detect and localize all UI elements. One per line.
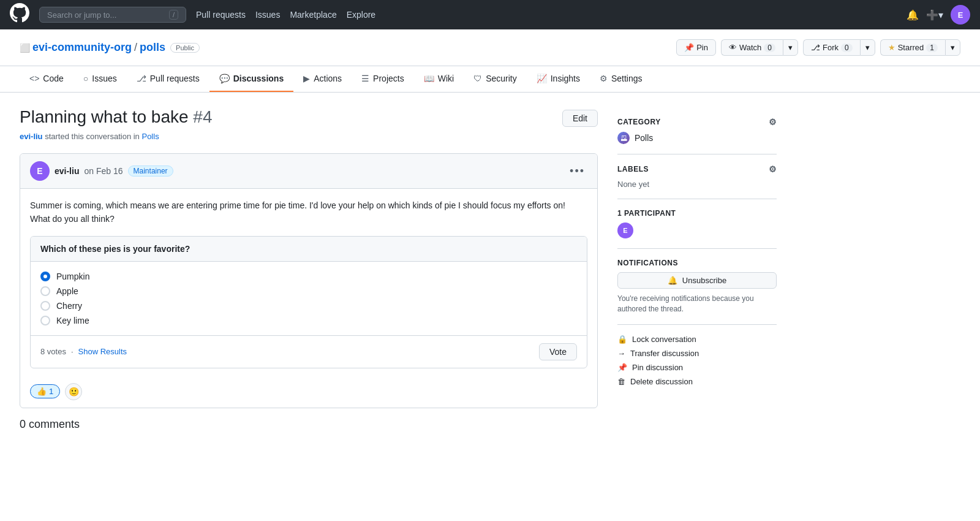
github-logo[interactable] bbox=[10, 3, 29, 26]
sidebar-category-section: Category ⚙ 🗳 Polls bbox=[617, 107, 777, 154]
poll-radio-pumpkin[interactable] bbox=[40, 272, 50, 281]
discussion-category-link[interactable]: Polls bbox=[141, 132, 159, 141]
category-emoji: 🗳 bbox=[617, 132, 630, 144]
show-results-link[interactable]: Show Results bbox=[78, 347, 127, 356]
reaction-count: 1 bbox=[49, 387, 53, 396]
labels-gear-icon[interactable]: ⚙ bbox=[769, 164, 777, 174]
poll-radio-cherry[interactable] bbox=[40, 301, 50, 311]
delete-discussion-link[interactable]: 🗑 Delete discussion bbox=[617, 377, 777, 386]
security-icon: 🛡 bbox=[473, 74, 482, 83]
add-icon[interactable]: ➕▾ bbox=[926, 9, 943, 21]
discussion-author-link[interactable]: evi-liu bbox=[20, 132, 43, 141]
wiki-icon: 📖 bbox=[424, 74, 434, 83]
watch-dropdown[interactable]: ▾ bbox=[783, 39, 798, 56]
discussion-number: #4 bbox=[193, 107, 212, 126]
tab-insights[interactable]: 📈 Insights bbox=[527, 66, 590, 92]
watch-button[interactable]: 👁 Watch 0 bbox=[721, 39, 783, 56]
search-bar[interactable]: Search or jump to... / bbox=[39, 7, 186, 23]
fork-button[interactable]: ⎇ Fork 0 bbox=[803, 39, 860, 56]
star-count: 1 bbox=[926, 44, 938, 52]
breadcrumb-slash: / bbox=[134, 41, 137, 54]
user-avatar[interactable]: E bbox=[951, 5, 970, 25]
tab-discussions[interactable]: 💬 Discussions bbox=[209, 66, 293, 92]
post-text: Summer is coming, which means we are ent… bbox=[30, 199, 587, 226]
tab-settings[interactable]: ⚙ Settings bbox=[590, 66, 652, 92]
poll-radio-apple[interactable] bbox=[40, 286, 50, 296]
sidebar-notifications-section: Notifications 🔔 Unsubscribe You're recei… bbox=[617, 249, 777, 325]
post-date: on Feb 16 bbox=[84, 166, 123, 176]
poll-votes-count: 8 votes bbox=[40, 347, 66, 356]
repo-name-link[interactable]: polls bbox=[140, 41, 165, 54]
labels-none: None yet bbox=[617, 180, 649, 189]
poll-option-keylime[interactable]: Key lime bbox=[40, 316, 577, 325]
pin-button[interactable]: 📌 Pin bbox=[676, 39, 716, 56]
vote-button[interactable]: Vote bbox=[539, 343, 577, 360]
edit-button[interactable]: Edit bbox=[562, 110, 598, 127]
participant-avatar[interactable]: E bbox=[617, 222, 633, 238]
top-nav: Search or jump to... / Pull requests Iss… bbox=[0, 0, 980, 29]
sidebar-actions-section: 🔒 Lock conversation → Transfer discussio… bbox=[617, 325, 777, 396]
sidebar-labels-section: Labels ⚙ None yet bbox=[617, 154, 777, 199]
tab-pull-requests[interactable]: ⎇ Pull requests bbox=[127, 66, 209, 92]
pin-icon: 📌 bbox=[684, 43, 694, 52]
poll-radio-keylime[interactable] bbox=[40, 316, 50, 325]
content-area: Planning what to bake #4 Edit evi-liu st… bbox=[20, 107, 598, 431]
pin-discussion-link[interactable]: 📌 Pin discussion bbox=[617, 363, 777, 372]
sidebar: Category ⚙ 🗳 Polls Labels ⚙ None yet 1 p… bbox=[617, 107, 777, 431]
settings-icon: ⚙ bbox=[600, 74, 608, 83]
tab-security[interactable]: 🛡 Security bbox=[464, 66, 527, 92]
transfer-icon: → bbox=[617, 349, 625, 358]
search-shortcut: / bbox=[169, 10, 178, 20]
poll-option-pumpkin[interactable]: Pumpkin bbox=[40, 272, 577, 281]
post-author-link[interactable]: evi-liu bbox=[55, 166, 79, 176]
post-header-left: E evi-liu on Feb 16 Maintainer bbox=[30, 161, 173, 181]
poll-option-cherry[interactable]: Cherry bbox=[40, 301, 577, 311]
nav-issues[interactable]: Issues bbox=[255, 10, 280, 20]
sidebar-category-value: 🗳 Polls bbox=[617, 132, 777, 144]
star-button[interactable]: ★ Starred 1 bbox=[880, 39, 945, 56]
insights-icon: 📈 bbox=[537, 74, 547, 83]
fork-icon: ⎇ bbox=[811, 43, 820, 52]
thumbs-up-icon: 👍 bbox=[37, 387, 47, 396]
tab-code[interactable]: <> Code bbox=[20, 66, 74, 92]
repo-action-buttons: 📌 Pin 👁 Watch 0 ▾ ⎇ Fork 0 ▾ ★ Starred 1 bbox=[676, 39, 960, 56]
tab-issues[interactable]: ○ Issues bbox=[74, 66, 127, 92]
search-placeholder: Search or jump to... bbox=[47, 10, 116, 20]
repo-tabs: <> Code ○ Issues ⎇ Pull requests 💬 Discu… bbox=[0, 66, 980, 93]
tab-wiki[interactable]: 📖 Wiki bbox=[414, 66, 464, 92]
nav-marketplace[interactable]: Marketplace bbox=[290, 10, 336, 20]
tab-projects[interactable]: ☰ Projects bbox=[352, 66, 414, 92]
unsubscribe-button[interactable]: 🔔 Unsubscribe bbox=[617, 272, 777, 289]
star-dropdown[interactable]: ▾ bbox=[945, 39, 960, 56]
poll-votes-info: 8 votes · Show Results bbox=[40, 347, 127, 356]
lock-conversation-link[interactable]: 🔒 Lock conversation bbox=[617, 335, 777, 344]
issues-icon: ○ bbox=[83, 74, 88, 83]
notifications-icon[interactable]: 🔔 bbox=[907, 9, 919, 21]
actions-icon: ▶ bbox=[303, 74, 310, 83]
fork-button-group: ⎇ Fork 0 ▾ bbox=[803, 39, 875, 56]
poll-container: Which of these pies is your favorite? Pu… bbox=[30, 236, 587, 368]
tab-actions[interactable]: ▶ Actions bbox=[293, 66, 352, 92]
poll-option-apple[interactable]: Apple bbox=[40, 286, 577, 296]
discussion-started-text: started this conversation in bbox=[45, 132, 140, 141]
nav-pull-requests[interactable]: Pull requests bbox=[196, 10, 246, 20]
fork-dropdown[interactable]: ▾ bbox=[860, 39, 875, 56]
code-icon: <> bbox=[29, 74, 39, 83]
fork-count: 0 bbox=[841, 44, 853, 52]
post-more-button[interactable]: ••• bbox=[567, 165, 587, 178]
transfer-discussion-link[interactable]: → Transfer discussion bbox=[617, 349, 777, 358]
participants-avatars: E bbox=[617, 222, 777, 238]
category-gear-icon[interactable]: ⚙ bbox=[769, 117, 777, 127]
post-author-avatar[interactable]: E bbox=[30, 161, 50, 181]
eye-icon: 👁 bbox=[729, 43, 737, 52]
add-reaction-button[interactable]: 🙂 bbox=[65, 383, 82, 400]
thumbs-up-reaction[interactable]: 👍 1 bbox=[30, 384, 60, 398]
participants-count: 1 participant bbox=[617, 209, 777, 218]
notifications-header: Notifications bbox=[617, 259, 777, 267]
nav-explore[interactable]: Explore bbox=[347, 10, 375, 20]
discussion-title-row: Planning what to bake #4 Edit bbox=[20, 107, 598, 127]
discussions-icon: 💬 bbox=[219, 74, 230, 83]
discussion-meta: evi-liu started this conversation in Pol… bbox=[20, 132, 598, 141]
org-link[interactable]: evi-community-org bbox=[32, 41, 132, 54]
pr-icon: ⎇ bbox=[137, 74, 146, 83]
